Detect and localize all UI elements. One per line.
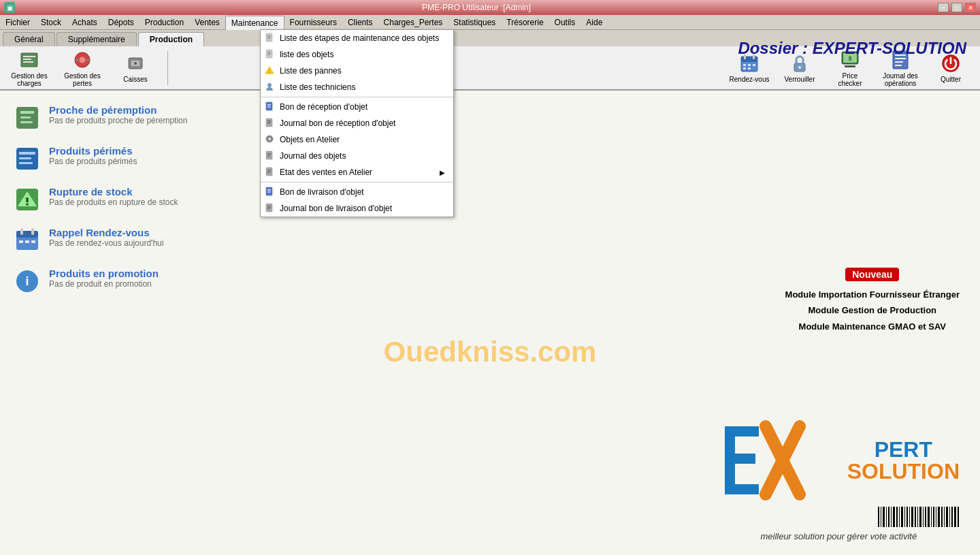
svg-rect-29	[895, 65, 902, 66]
quitter-label: Quitter	[941, 76, 961, 83]
doc-gray-icon-2	[265, 150, 276, 161]
drop-bon-reception-label: Bon de réception d'objet	[280, 102, 368, 112]
menu-clients[interactable]: Clients	[342, 15, 378, 29]
svg-rect-82	[951, 507, 953, 527]
svg-rect-28	[895, 61, 903, 63]
pertes-icon	[71, 49, 93, 71]
svg-rect-2	[23, 59, 31, 60]
perimes-icon	[14, 145, 41, 172]
perimes-subtitle: Pas de produits périmés	[49, 157, 137, 166]
svg-rect-74	[931, 507, 932, 527]
doc-gray-icon-4	[265, 203, 276, 214]
drop-liste-pannes[interactable]: Liste des pannes	[261, 63, 453, 79]
tab-general[interactable]: Général	[3, 32, 55, 46]
drop-bon-reception[interactable]: Bon de réception d'objet	[261, 99, 453, 115]
module-2: Module Gestion de Production	[785, 302, 960, 318]
peremption-title: Proche de péremption	[49, 104, 187, 116]
logo-area: PERT SOLUTION	[718, 419, 960, 541]
svg-rect-1	[23, 56, 35, 57]
svg-rect-34	[20, 121, 33, 123]
gestion-pertes-button[interactable]: Gestion des pertes	[59, 48, 106, 88]
perimes-text: Produits périmés Pas de produits périmés	[49, 145, 137, 166]
svg-rect-68	[915, 507, 916, 527]
menu-fichier[interactable]: Fichier	[0, 15, 35, 29]
drop-liste-techniciens[interactable]: Liste des techniciens	[261, 79, 453, 95]
nouveau-section: Nouveau Module Importation Fournisseur É…	[785, 268, 960, 334]
svg-rect-92	[267, 54, 270, 55]
minimize-button[interactable]: −	[938, 3, 949, 12]
caisses-button[interactable]: Caisses	[112, 48, 159, 88]
svg-rect-16	[753, 64, 755, 66]
svg-rect-62	[899, 507, 900, 527]
menu-tresorerie[interactable]: Trésorerie	[501, 15, 549, 29]
charges-icon	[18, 49, 40, 71]
svg-rect-75	[933, 507, 934, 527]
svg-rect-70	[919, 507, 921, 527]
svg-rect-109	[267, 155, 271, 155]
drop-journal-objets[interactable]: Journal des objets	[261, 148, 453, 164]
svg-rect-58	[888, 507, 889, 527]
drop-journal-bon-livraison-label: Journal bon de livraison d'objet	[280, 204, 392, 213]
window-controls[interactable]: − □ ✕	[938, 3, 976, 12]
drop-etat-ventes[interactable]: Etat des ventes en Atelier ▶	[261, 164, 453, 180]
nouveau-badge: Nouveau	[845, 268, 899, 281]
drop-journal-bon-reception[interactable]: Journal bon de réception d'objet	[261, 115, 453, 131]
menu-maintenance[interactable]: Maintenance	[225, 16, 284, 30]
menu-fournisseurs[interactable]: Fournisseurs	[284, 15, 342, 29]
svg-rect-118	[267, 192, 270, 193]
drop-objets-atelier[interactable]: Objets en Atelier	[261, 131, 453, 148]
drop-liste-etapes[interactable]: Liste des étapes de maintenance des obje…	[261, 30, 453, 46]
drop-journal-bon-reception-label: Journal bon de réception d'objet	[280, 118, 395, 128]
svg-rect-55	[881, 507, 881, 527]
drop-liste-etapes-label: Liste des étapes de maintenance des obje…	[280, 33, 439, 43]
menu-production[interactable]: Production	[140, 15, 189, 29]
svg-rect-110	[267, 156, 270, 157]
menu-depots[interactable]: Dépots	[103, 15, 140, 29]
rdv-icon	[14, 227, 41, 254]
rupture-text: Rupture de stock Pas de produits en rupt…	[49, 186, 178, 207]
drop-bon-livraison[interactable]: Bon de livraison d'objet	[261, 184, 453, 200]
drop-liste-objets-label: liste des objets	[280, 50, 333, 59]
verrouiller-label: Verrouiller	[784, 76, 815, 83]
menu-stock[interactable]: Stock	[35, 15, 67, 29]
svg-rect-86	[267, 35, 271, 36]
maintenance-dropdown: Liste des étapes de maintenance des obje…	[260, 29, 454, 217]
modules-list: Module Importation Fournisseur Étranger …	[785, 287, 960, 334]
menu-ventes[interactable]: Ventes	[189, 15, 225, 29]
menu-statistiques[interactable]: Statistiques	[448, 15, 501, 29]
peremption-icon	[14, 104, 41, 131]
svg-rect-18	[748, 67, 751, 69]
expert-solution-logo	[718, 419, 840, 501]
submenu-arrow: ▶	[440, 169, 445, 176]
svg-rect-90	[267, 52, 271, 52]
drop-liste-pannes-label: Liste des pannes	[280, 66, 342, 76]
caisses-label: Caisses	[123, 76, 148, 83]
svg-rect-87	[267, 37, 271, 37]
menu-achats[interactable]: Achats	[67, 15, 103, 29]
svg-rect-121	[267, 207, 271, 208]
tab-supplementaire[interactable]: Supplémentaire	[56, 32, 137, 46]
drop-liste-objets[interactable]: liste des objets	[261, 46, 453, 63]
menu-aide[interactable]: Aide	[581, 15, 608, 29]
close-button[interactable]: ✕	[965, 3, 976, 12]
gestion-charges-button[interactable]: Gestion des charges	[5, 48, 53, 88]
svg-rect-99	[267, 106, 271, 106]
svg-rect-15	[748, 64, 751, 66]
window-title: PME-PRO Utilisateur :[Admin]	[15, 3, 938, 12]
svg-point-42	[26, 203, 29, 206]
doc-blue-icon-2	[265, 187, 276, 197]
maximize-button[interactable]: □	[951, 3, 962, 12]
menu-charges-pertes[interactable]: Charges_Pertes	[378, 15, 448, 29]
menu-outils[interactable]: Outils	[549, 15, 581, 29]
tab-production[interactable]: Production	[138, 32, 204, 46]
dashboard-section-rupture: Rupture de stock Pas de produits en rupt…	[0, 179, 980, 220]
svg-rect-46	[31, 228, 34, 235]
rendez-vous-label: Rendez-vous	[730, 76, 770, 83]
svg-rect-114	[267, 172, 270, 173]
caisses-icon	[125, 52, 146, 74]
module-1: Module Importation Fournisseur Étranger	[785, 287, 960, 302]
svg-rect-65	[906, 507, 908, 527]
svg-rect-59	[891, 507, 892, 527]
drop-journal-bon-livraison[interactable]: Journal bon de livraison d'objet	[261, 200, 453, 217]
svg-rect-102	[267, 121, 271, 121]
